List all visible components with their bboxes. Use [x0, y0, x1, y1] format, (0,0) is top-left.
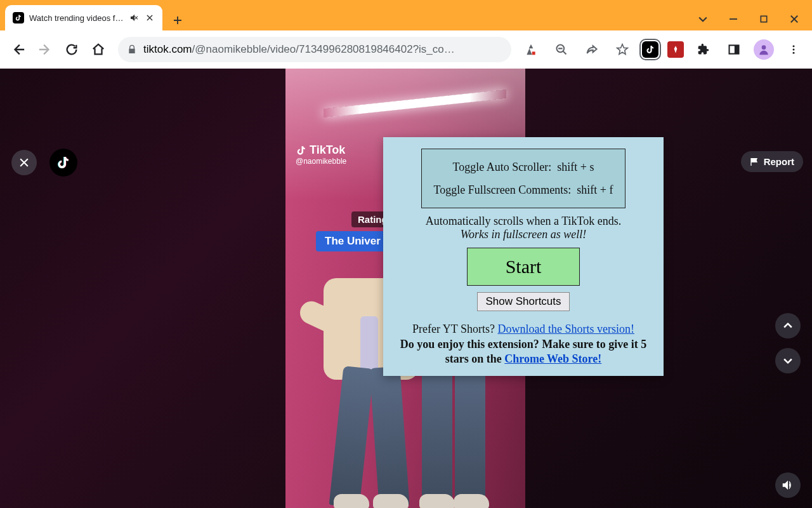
svg-point-7: [793, 49, 795, 51]
tab-close-icon[interactable]: [145, 13, 155, 23]
tab-mute-icon[interactable]: [129, 13, 140, 23]
popup-note: Works in fullscreen as well!: [393, 228, 653, 241]
translate-icon[interactable]: [520, 39, 542, 60]
tab-title: Watch trending videos for yo: [29, 13, 124, 23]
start-button[interactable]: Start: [467, 248, 580, 286]
video-viewer: TikTok @naomikebble Rating The Univer Re…: [0, 69, 812, 508]
tabs-area: Watch trending videos for yo: [0, 5, 184, 30]
svg-rect-4: [735, 45, 739, 53]
next-video-button[interactable]: [775, 348, 801, 373]
close-video-button[interactable]: [11, 150, 37, 175]
home-button[interactable]: [88, 39, 109, 60]
shorts-link[interactable]: Download the Shorts version!: [498, 323, 634, 335]
window-close-button[interactable]: [787, 11, 802, 27]
lock-icon: [127, 44, 137, 55]
browser-chrome: Watch trending videos for yo: [0, 0, 812, 69]
share-icon[interactable]: [581, 39, 603, 60]
chrome-menu-button[interactable]: [783, 39, 804, 60]
show-shortcuts-button[interactable]: Show Shortcuts: [477, 292, 569, 311]
window-controls: [695, 5, 812, 27]
extension-popup: Toggle Auto Scroller: shift + s Toggle F…: [383, 137, 664, 376]
svg-point-8: [793, 52, 795, 54]
browser-tab[interactable]: Watch trending videos for yo: [5, 5, 162, 30]
reload-button[interactable]: [61, 39, 82, 60]
extension-tiktok-scroller-icon[interactable]: [642, 41, 658, 58]
shortcuts-box: Toggle Auto Scroller: shift + s Toggle F…: [421, 149, 625, 208]
address-bar[interactable]: tiktok.com/@naomikebble/video/7134996280…: [118, 37, 511, 62]
profile-avatar[interactable]: [754, 39, 774, 60]
report-button[interactable]: Report: [741, 151, 803, 172]
url-text: tiktok.com/@naomikebble/video/7134996280…: [143, 43, 455, 56]
forward-button[interactable]: [34, 39, 56, 60]
sidepanel-icon[interactable]: [723, 39, 745, 60]
back-button[interactable]: [8, 39, 29, 60]
titlebar: Watch trending videos for yo: [0, 0, 812, 30]
tiktok-logo-disc[interactable]: [49, 149, 77, 177]
svg-point-6: [793, 45, 795, 47]
svg-rect-1: [532, 51, 535, 55]
popup-rate-text: Do you enjoy this extension? Make sure t…: [393, 337, 653, 367]
flag-icon: [750, 157, 760, 167]
prev-video-button[interactable]: [775, 313, 801, 338]
bookmark-icon[interactable]: [612, 39, 633, 60]
shortcut-row: Toggle Fullscreen Comments: shift + f: [427, 178, 620, 201]
window-minimize-button[interactable]: [726, 11, 741, 27]
webstore-link[interactable]: Chrome Web Store!: [504, 352, 601, 365]
popup-description: Automatically scrolls when a TikTok ends…: [393, 215, 653, 228]
window-maximize-button[interactable]: [756, 11, 771, 27]
svg-rect-0: [761, 16, 766, 22]
new-tab-button[interactable]: [171, 14, 184, 27]
tiktok-watermark: TikTok @naomikebble: [296, 144, 346, 166]
svg-point-5: [762, 45, 766, 50]
window-caret-icon[interactable]: [695, 11, 710, 27]
extension-red-icon[interactable]: [667, 41, 684, 58]
video-badge-university: The Univer: [316, 231, 390, 251]
sound-button[interactable]: [775, 472, 801, 498]
shortcut-row: Toggle Auto Scroller: shift + s: [427, 156, 620, 178]
zoom-icon[interactable]: [551, 39, 572, 60]
tiktok-favicon-icon: [13, 12, 24, 23]
toolbar: tiktok.com/@naomikebble/video/7134996280…: [0, 30, 812, 69]
extensions-puzzle-icon[interactable]: [693, 39, 714, 60]
popup-prefer-text: Prefer YT Shorts? Download the Shorts ve…: [393, 323, 653, 336]
toolbar-actions: [520, 39, 804, 60]
